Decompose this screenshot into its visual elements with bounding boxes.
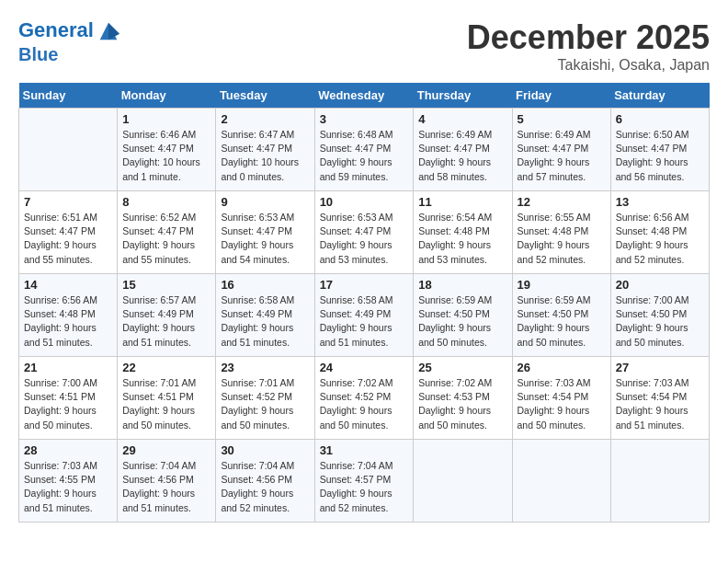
calendar-cell: 10Sunrise: 6:53 AM Sunset: 4:47 PM Dayli… xyxy=(314,191,414,274)
day-number: 2 xyxy=(221,112,309,126)
day-number: 6 xyxy=(616,112,704,126)
day-number: 31 xyxy=(320,443,409,457)
day-info: Sunrise: 7:03 AM Sunset: 4:55 PM Dayligh… xyxy=(24,459,112,515)
day-number: 5 xyxy=(518,112,606,126)
calendar-cell: 25Sunrise: 7:02 AM Sunset: 4:53 PM Dayli… xyxy=(414,357,512,440)
calendar-week-row: 14Sunrise: 6:56 AM Sunset: 4:48 PM Dayli… xyxy=(19,274,710,357)
day-info: Sunrise: 6:52 AM Sunset: 4:47 PM Dayligh… xyxy=(122,211,210,267)
calendar-cell: 16Sunrise: 6:58 AM Sunset: 4:49 PM Dayli… xyxy=(216,274,314,357)
page-header: General Blue December 2025 Takaishi, Osa… xyxy=(18,18,710,74)
day-info: Sunrise: 6:48 AM Sunset: 4:47 PM Dayligh… xyxy=(320,128,409,184)
calendar-week-row: 7Sunrise: 6:51 AM Sunset: 4:47 PM Daylig… xyxy=(19,191,710,274)
calendar-cell: 9Sunrise: 6:53 AM Sunset: 4:47 PM Daylig… xyxy=(216,191,314,274)
calendar-cell: 12Sunrise: 6:55 AM Sunset: 4:48 PM Dayli… xyxy=(512,191,610,274)
day-info: Sunrise: 6:55 AM Sunset: 4:48 PM Dayligh… xyxy=(518,211,606,267)
day-info: Sunrise: 7:00 AM Sunset: 4:50 PM Dayligh… xyxy=(616,293,704,350)
calendar-cell: 7Sunrise: 6:51 AM Sunset: 4:47 PM Daylig… xyxy=(19,191,118,274)
day-info: Sunrise: 6:49 AM Sunset: 4:47 PM Dayligh… xyxy=(418,128,506,184)
calendar-cell: 23Sunrise: 7:01 AM Sunset: 4:52 PM Dayli… xyxy=(216,357,314,440)
calendar-table: SundayMondayTuesdayWednesdayThursdayFrid… xyxy=(18,83,710,523)
day-number: 13 xyxy=(616,195,704,209)
day-info: Sunrise: 7:04 AM Sunset: 4:57 PM Dayligh… xyxy=(320,459,409,515)
calendar-cell: 21Sunrise: 7:00 AM Sunset: 4:51 PM Dayli… xyxy=(19,357,118,440)
calendar-cell xyxy=(512,440,610,523)
calendar-cell xyxy=(610,440,709,523)
day-number: 9 xyxy=(221,195,309,209)
day-info: Sunrise: 6:58 AM Sunset: 4:49 PM Dayligh… xyxy=(221,293,309,350)
day-number: 24 xyxy=(320,361,409,374)
day-info: Sunrise: 6:46 AM Sunset: 4:47 PM Dayligh… xyxy=(122,128,210,184)
day-info: Sunrise: 6:56 AM Sunset: 4:48 PM Dayligh… xyxy=(616,211,704,267)
day-number: 17 xyxy=(320,278,409,292)
day-info: Sunrise: 7:02 AM Sunset: 4:52 PM Dayligh… xyxy=(320,376,409,432)
calendar-body: 1Sunrise: 6:46 AM Sunset: 4:47 PM Daylig… xyxy=(19,109,710,523)
day-number: 1 xyxy=(122,112,210,126)
day-number: 23 xyxy=(221,361,309,374)
calendar-cell: 30Sunrise: 7:04 AM Sunset: 4:56 PM Dayli… xyxy=(216,440,314,523)
day-number: 27 xyxy=(616,361,704,374)
month-title: December 2025 xyxy=(467,18,710,57)
location-title: Takaishi, Osaka, Japan xyxy=(467,57,710,74)
day-info: Sunrise: 6:56 AM Sunset: 4:48 PM Dayligh… xyxy=(24,293,112,350)
day-number: 26 xyxy=(518,361,606,374)
day-number: 8 xyxy=(122,195,210,209)
day-info: Sunrise: 7:03 AM Sunset: 4:54 PM Dayligh… xyxy=(616,376,704,432)
day-number: 20 xyxy=(616,278,704,292)
day-info: Sunrise: 7:04 AM Sunset: 4:56 PM Dayligh… xyxy=(221,459,309,515)
day-info: Sunrise: 6:54 AM Sunset: 4:48 PM Dayligh… xyxy=(418,211,506,267)
day-info: Sunrise: 7:02 AM Sunset: 4:53 PM Dayligh… xyxy=(418,376,506,432)
logo-blue: Blue xyxy=(18,44,123,64)
calendar-cell xyxy=(19,109,118,191)
calendar-week-row: 21Sunrise: 7:00 AM Sunset: 4:51 PM Dayli… xyxy=(19,357,710,440)
day-number: 30 xyxy=(221,443,309,457)
day-number: 11 xyxy=(418,195,506,209)
day-of-week-header: Monday xyxy=(118,83,216,109)
calendar-cell: 28Sunrise: 7:03 AM Sunset: 4:55 PM Dayli… xyxy=(19,440,118,523)
calendar-cell: 19Sunrise: 6:59 AM Sunset: 4:50 PM Dayli… xyxy=(512,274,610,357)
calendar-cell: 20Sunrise: 7:00 AM Sunset: 4:50 PM Dayli… xyxy=(610,274,709,357)
day-number: 18 xyxy=(418,278,506,292)
day-number: 25 xyxy=(418,361,506,374)
calendar-cell: 26Sunrise: 7:03 AM Sunset: 4:54 PM Dayli… xyxy=(512,357,610,440)
day-info: Sunrise: 6:59 AM Sunset: 4:50 PM Dayligh… xyxy=(518,293,606,350)
day-info: Sunrise: 7:01 AM Sunset: 4:52 PM Dayligh… xyxy=(221,376,309,432)
calendar-header-row: SundayMondayTuesdayWednesdayThursdayFrid… xyxy=(19,83,710,109)
day-info: Sunrise: 6:57 AM Sunset: 4:49 PM Dayligh… xyxy=(122,293,210,350)
calendar-cell xyxy=(414,440,512,523)
calendar-cell: 2Sunrise: 6:47 AM Sunset: 4:47 PM Daylig… xyxy=(216,109,314,191)
day-info: Sunrise: 6:53 AM Sunset: 4:47 PM Dayligh… xyxy=(320,211,409,267)
day-number: 15 xyxy=(122,278,210,292)
calendar-cell: 29Sunrise: 7:04 AM Sunset: 4:56 PM Dayli… xyxy=(118,440,216,523)
day-number: 14 xyxy=(24,278,112,292)
logo-text: General xyxy=(18,18,123,44)
day-number: 16 xyxy=(221,278,309,292)
calendar-week-row: 1Sunrise: 6:46 AM Sunset: 4:47 PM Daylig… xyxy=(19,109,710,191)
calendar-cell: 18Sunrise: 6:59 AM Sunset: 4:50 PM Dayli… xyxy=(414,274,512,357)
day-info: Sunrise: 6:51 AM Sunset: 4:47 PM Dayligh… xyxy=(24,211,112,267)
calendar-cell: 4Sunrise: 6:49 AM Sunset: 4:47 PM Daylig… xyxy=(414,109,512,191)
calendar-cell: 8Sunrise: 6:52 AM Sunset: 4:47 PM Daylig… xyxy=(118,191,216,274)
day-of-week-header: Thursday xyxy=(414,83,512,109)
calendar-cell: 27Sunrise: 7:03 AM Sunset: 4:54 PM Dayli… xyxy=(610,357,709,440)
calendar-cell: 15Sunrise: 6:57 AM Sunset: 4:49 PM Dayli… xyxy=(118,274,216,357)
logo: General Blue xyxy=(18,18,123,64)
calendar-cell: 17Sunrise: 6:58 AM Sunset: 4:49 PM Dayli… xyxy=(314,274,414,357)
calendar-cell: 24Sunrise: 7:02 AM Sunset: 4:52 PM Dayli… xyxy=(314,357,414,440)
calendar-cell: 13Sunrise: 6:56 AM Sunset: 4:48 PM Dayli… xyxy=(610,191,709,274)
day-info: Sunrise: 6:58 AM Sunset: 4:49 PM Dayligh… xyxy=(320,293,409,350)
day-of-week-header: Wednesday xyxy=(314,83,414,109)
day-number: 3 xyxy=(320,112,409,126)
day-info: Sunrise: 7:00 AM Sunset: 4:51 PM Dayligh… xyxy=(24,376,112,432)
day-number: 7 xyxy=(24,195,112,209)
day-of-week-header: Tuesday xyxy=(216,83,314,109)
calendar-cell: 6Sunrise: 6:50 AM Sunset: 4:47 PM Daylig… xyxy=(610,109,709,191)
calendar-cell: 5Sunrise: 6:49 AM Sunset: 4:47 PM Daylig… xyxy=(512,109,610,191)
day-info: Sunrise: 6:49 AM Sunset: 4:47 PM Dayligh… xyxy=(518,128,606,184)
calendar-cell: 1Sunrise: 6:46 AM Sunset: 4:47 PM Daylig… xyxy=(118,109,216,191)
day-info: Sunrise: 6:47 AM Sunset: 4:47 PM Dayligh… xyxy=(221,128,309,184)
calendar-cell: 31Sunrise: 7:04 AM Sunset: 4:57 PM Dayli… xyxy=(314,440,414,523)
day-of-week-header: Sunday xyxy=(19,83,118,109)
day-info: Sunrise: 7:03 AM Sunset: 4:54 PM Dayligh… xyxy=(518,376,606,432)
day-number: 29 xyxy=(122,443,210,457)
day-info: Sunrise: 7:04 AM Sunset: 4:56 PM Dayligh… xyxy=(122,459,210,515)
